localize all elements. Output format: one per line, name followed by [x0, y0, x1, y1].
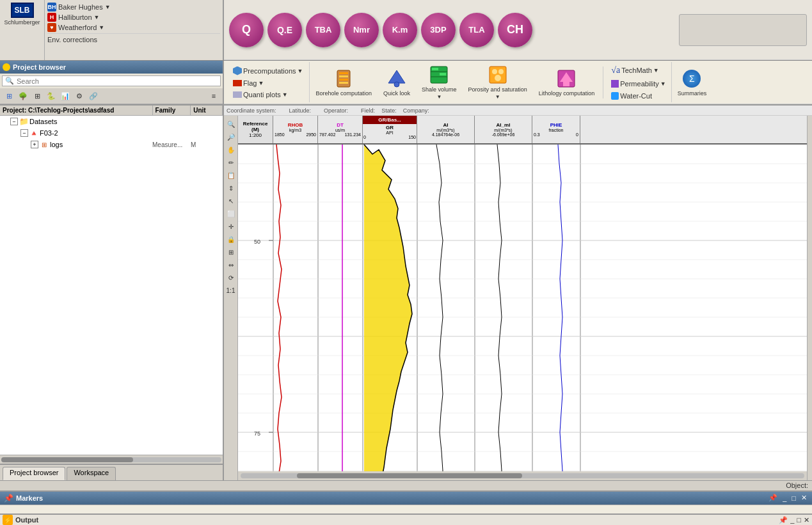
tab-workspace[interactable]: Workspace	[67, 467, 116, 480]
borehole-computation-button[interactable]: Borehole computation	[310, 65, 378, 100]
watercut-button[interactable]: Water-Cut	[609, 91, 668, 101]
lithology-computation-button[interactable]: Lithology computation	[533, 65, 601, 100]
markers-title: Markers	[16, 494, 43, 502]
btn-km[interactable]: K.m	[383, 13, 417, 47]
markers-minimize-btn[interactable]: _	[781, 494, 788, 502]
techmath-label: TechMath	[621, 67, 652, 74]
log-scrollbar[interactable]	[238, 471, 807, 480]
tool-lock[interactable]: 🔒	[225, 233, 237, 245]
search-input[interactable]	[17, 77, 218, 85]
sidebar-scrollbar[interactable]	[1, 457, 221, 462]
techmath-button[interactable]: √a TechMath ▼	[609, 64, 668, 77]
svg-rect-11	[440, 73, 446, 75]
svg-rect-3	[339, 79, 348, 81]
field-label: Field:	[361, 107, 375, 114]
tool-select[interactable]: ⬜	[225, 208, 237, 219]
markers-pin-btn[interactable]: 📌	[767, 494, 779, 502]
permeability-button[interactable]: Permeability ▼	[609, 79, 668, 89]
btn-nmr[interactable]: Nmr	[344, 13, 379, 47]
tool-note[interactable]: 📋	[225, 169, 237, 181]
tool-cursor[interactable]: ↖	[225, 195, 237, 207]
depth-scale: 1:200	[249, 132, 262, 138]
f03-2-label: F03-2	[40, 129, 58, 137]
gr-name: GR	[386, 125, 394, 130]
output-maximize-btn[interactable]: □	[797, 516, 801, 524]
sqrt-icon: √a	[611, 65, 620, 75]
perm-icon	[611, 80, 619, 88]
halliburton-menu[interactable]: H Halliburton ▼	[47, 13, 220, 22]
summaries-label: Summaries	[678, 90, 707, 97]
markers-maximize-btn[interactable]: □	[790, 494, 797, 502]
flag-arrow: ▼	[258, 80, 264, 86]
toolbar-settings-icon[interactable]: ⚙	[73, 90, 86, 102]
baker-hughes-menu[interactable]: BH Baker Hughes ▼	[47, 3, 220, 12]
precomp-icon	[233, 67, 242, 75]
shale-volume-button[interactable]: Shale volume ▼	[416, 61, 463, 103]
toolbar-grid-icon[interactable]: ⊞	[31, 90, 44, 102]
tool-pan[interactable]: ✋	[225, 144, 237, 155]
expand-f03-2[interactable]: −	[20, 129, 28, 137]
toolbar-script-icon[interactable]: 🐍	[45, 90, 58, 102]
tool-zoom-in[interactable]: 🔍	[225, 118, 237, 130]
rhob-track-header: RHOB kg/m3 1850 2950	[273, 116, 318, 143]
weatherford-menu[interactable]: ♥ Weatherford ▼	[47, 23, 220, 32]
rhob-min: 1850	[275, 132, 285, 137]
svg-text:50: 50	[254, 239, 260, 245]
toolbar-tree-icon[interactable]: 🌳	[17, 90, 29, 102]
toolbar-chart-icon[interactable]: 📊	[59, 90, 72, 102]
weatherford-arrow: ▼	[99, 24, 104, 31]
svg-rect-1	[339, 72, 348, 74]
tool-grid[interactable]: ⊞	[225, 246, 237, 258]
output-close-btn[interactable]: ✕	[804, 516, 809, 524]
tool-pen[interactable]: ✏	[225, 157, 237, 168]
gr-max: 150	[408, 135, 416, 139]
porosity-saturation-button[interactable]: Porosity and saturation ▼	[463, 61, 533, 103]
tool-flip[interactable]: ⟳	[225, 272, 237, 283]
btn-q[interactable]: Q	[229, 13, 264, 47]
tab-project-browser[interactable]: Project browser	[3, 467, 65, 480]
btn-tba[interactable]: TBA	[306, 13, 340, 47]
tool-resize-v[interactable]: ⇕	[225, 182, 237, 194]
output-pin-btn[interactable]: 📌	[779, 516, 788, 524]
svg-rect-10	[432, 68, 438, 70]
tool-zoom-out[interactable]: 🔎	[225, 131, 237, 143]
tool-scale[interactable]: 1:1	[225, 285, 237, 296]
toolbar-more-icon[interactable]: ≡	[207, 90, 220, 102]
tree-row-datasets[interactable]: − 📁 Datasets	[0, 116, 223, 127]
svg-rect-4	[339, 82, 348, 84]
output-title: Output	[15, 516, 38, 524]
search-bar: Project browser	[0, 61, 223, 74]
lithology-icon	[556, 68, 577, 89]
rhob-name: RHOB	[288, 122, 303, 128]
expand-logs[interactable]: +	[31, 141, 38, 148]
state-label: State:	[381, 107, 397, 114]
tree-row-f03-2[interactable]: − 🔺 F03-2	[0, 127, 223, 139]
expand-datasets[interactable]: −	[10, 118, 18, 125]
btn-qe[interactable]: Q.E	[267, 13, 302, 47]
logs-family: Measure...	[152, 141, 191, 148]
latitude-label: Latitude:	[289, 107, 312, 114]
tree-row-logs[interactable]: + ⊞ logs Measure... M	[0, 139, 223, 150]
ai-name: AI	[443, 122, 449, 128]
tool-cross[interactable]: ✛	[225, 221, 237, 232]
search-icon: 🔍	[5, 77, 14, 85]
logs-label: logs	[50, 141, 152, 148]
ai-min: 4.184764e-06	[432, 132, 459, 137]
toolbar-link-icon[interactable]: 🔗	[87, 90, 100, 102]
btn-tla[interactable]: TLA	[459, 13, 494, 47]
flag-button[interactable]: Flag ▼	[230, 78, 305, 88]
precomputations-button[interactable]: Precomputations ▼	[230, 65, 305, 77]
datasets-icon: 📁	[19, 117, 28, 126]
tool-resize-h[interactable]: ⇔	[225, 259, 237, 270]
env-corrections[interactable]: Env. corrections	[47, 33, 220, 43]
btn-ch[interactable]: CH	[498, 13, 532, 47]
summaries-button[interactable]: Σ Summaries	[672, 65, 713, 100]
quick-look-button[interactable]: Quick look	[378, 65, 416, 100]
precomp-arrow: ▼	[298, 68, 303, 74]
flag-icon	[233, 80, 242, 86]
toolbar-flag-icon[interactable]: ⊞	[3, 90, 15, 102]
output-minimize-btn[interactable]: _	[790, 516, 794, 524]
btn-3dp[interactable]: 3DP	[421, 13, 456, 47]
quanti-plots-button[interactable]: Quanti plots ▼	[230, 90, 305, 100]
markers-close-btn[interactable]: ✕	[800, 494, 808, 502]
